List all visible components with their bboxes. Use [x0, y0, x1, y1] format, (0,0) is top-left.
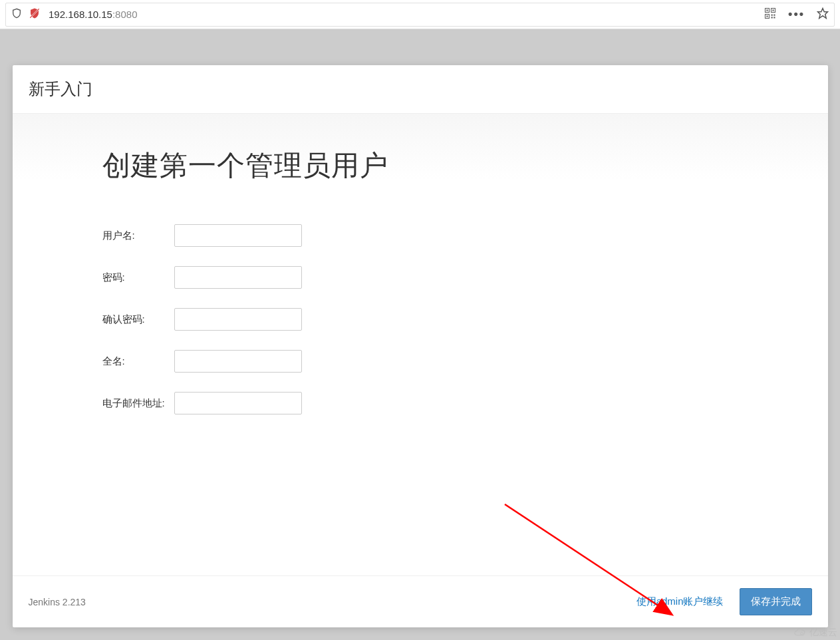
svg-rect-8 [771, 14, 773, 15]
url-port: :8080 [112, 9, 138, 20]
username-label: 用户名: [102, 230, 174, 242]
save-and-finish-button[interactable]: 保存并完成 [740, 588, 812, 615]
svg-rect-7 [766, 15, 768, 17]
page-body: 新手入门 创建第一个管理员用户 用户名: 密码: 确认密码: 全名: 电子邮件地… [0, 29, 840, 640]
setup-wizard-modal: 新手入门 创建第一个管理员用户 用户名: 密码: 确认密码: 全名: 电子邮件地… [13, 65, 828, 627]
qr-code-icon[interactable] [764, 7, 776, 22]
modal-footer: Jenkins 2.213 使用admin账户继续 保存并完成 [13, 575, 828, 627]
url-host: 192.168.10.15 [49, 9, 112, 20]
fullname-label: 全名: [102, 355, 174, 368]
svg-rect-9 [773, 14, 775, 15]
confirm-password-label: 确认密码: [102, 313, 174, 326]
watermark-text: 亿速云 [809, 627, 837, 639]
tracking-protection-icon[interactable] [29, 7, 41, 22]
watermark: 亿速云 [793, 627, 837, 639]
shield-icon[interactable] [11, 8, 22, 21]
confirm-password-row: 确认密码: [102, 308, 738, 331]
fullname-row: 全名: [102, 350, 738, 373]
modal-header: 新手入门 [13, 65, 828, 114]
svg-rect-6 [772, 9, 773, 11]
email-label: 电子邮件地址: [102, 397, 174, 410]
email-row: 电子邮件地址: [102, 392, 738, 414]
password-row: 密码: [102, 266, 738, 289]
email-input[interactable] [174, 392, 302, 414]
page-actions-icon[interactable]: ••• [788, 7, 805, 21]
modal-header-title: 新手入门 [29, 80, 92, 98]
version-text: Jenkins 2.213 [29, 597, 86, 607]
browser-url-bar: 192.168.10.15:8080 ••• [0, 0, 840, 29]
password-input[interactable] [174, 266, 302, 289]
svg-point-15 [801, 632, 803, 635]
password-label: 密码: [102, 271, 174, 284]
watermark-cloud-icon [793, 628, 807, 637]
modal-main: 创建第一个管理员用户 用户名: 密码: 确认密码: 全名: 电子邮件地址: [13, 114, 828, 575]
url-input-area[interactable]: 192.168.10.15:8080 ••• [5, 3, 835, 27]
confirm-password-input[interactable] [174, 308, 302, 331]
bookmark-star-icon[interactable] [817, 7, 829, 22]
svg-rect-5 [766, 9, 768, 11]
username-row: 用户名: [102, 224, 738, 247]
svg-marker-12 [818, 8, 828, 18]
url-text[interactable]: 192.168.10.15:8080 [49, 9, 764, 20]
username-input[interactable] [174, 224, 302, 247]
continue-as-admin-link[interactable]: 使用admin账户继续 [636, 595, 724, 608]
page-title: 创建第一个管理员用户 [102, 147, 738, 184]
svg-rect-10 [771, 17, 773, 18]
fullname-input[interactable] [174, 350, 302, 373]
svg-rect-11 [773, 17, 775, 18]
